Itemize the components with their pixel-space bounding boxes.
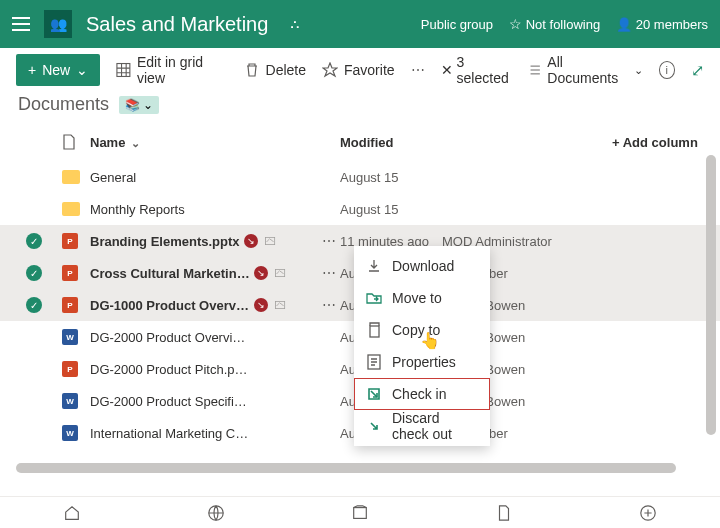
list-icon: [529, 63, 541, 77]
file-name[interactable]: Monthly Reports: [90, 202, 185, 217]
file-name[interactable]: DG-1000 Product Overview.p…: [90, 298, 250, 313]
file-name[interactable]: General: [90, 170, 136, 185]
row-more-icon[interactable]: ⋯: [322, 297, 336, 313]
site-title: Sales and Marketing: [86, 13, 268, 36]
modified-cell: August 15: [340, 170, 442, 185]
ctx-check-in[interactable]: Check in: [354, 378, 490, 410]
table-row[interactable]: General August 15: [0, 161, 720, 193]
info-icon[interactable]: i: [659, 61, 676, 79]
properties-icon: [366, 354, 382, 370]
pptx-icon: P: [62, 265, 78, 281]
share-icon[interactable]: ⮹: [274, 298, 286, 312]
svg-rect-4: [354, 507, 367, 518]
checked-out-icon: ↘: [254, 298, 268, 312]
table-row[interactable]: Monthly Reports August 15: [0, 193, 720, 225]
pptx-icon: P: [62, 297, 78, 313]
download-icon: [366, 258, 382, 274]
menu-icon[interactable]: [12, 17, 30, 31]
add-icon[interactable]: [639, 504, 657, 522]
favorite-button[interactable]: Favorite: [322, 62, 395, 78]
selection-count[interactable]: ✕ 3 selected: [441, 54, 513, 86]
file-name[interactable]: Cross Cultural Marketing Ca…: [90, 266, 250, 281]
edit-grid-button[interactable]: Edit in grid view: [116, 54, 227, 86]
file-icon[interactable]: [495, 504, 513, 522]
svg-rect-0: [117, 64, 130, 77]
row-more-icon[interactable]: ⋯: [322, 265, 336, 281]
col-name[interactable]: Name: [90, 135, 125, 150]
svg-rect-1: [370, 326, 379, 337]
teams-icon[interactable]: ⛬: [288, 16, 302, 32]
view-selector[interactable]: All Documents ⌄: [529, 54, 643, 86]
ctx-move-to[interactable]: Move to: [354, 282, 490, 314]
person-icon: 👤: [616, 17, 632, 32]
checked-out-icon: ↘: [244, 234, 258, 248]
file-name[interactable]: DG-2000 Product Pitch.pptx: [90, 362, 250, 377]
checkmark-icon[interactable]: [26, 233, 42, 249]
bottom-nav: [0, 496, 720, 528]
star-icon: ☆: [509, 16, 522, 32]
row-more-icon[interactable]: ⋯: [322, 233, 336, 249]
copy-icon: [366, 322, 382, 338]
discard-icon: [366, 418, 382, 434]
checkmark-icon[interactable]: [26, 297, 42, 313]
delete-button[interactable]: Delete: [244, 62, 306, 78]
check-in-icon: [366, 386, 382, 402]
cursor-icon: 👆: [420, 331, 440, 350]
docx-icon: W: [62, 329, 78, 345]
star-icon: [322, 62, 338, 78]
docx-icon: W: [62, 425, 78, 441]
expand-icon[interactable]: ⤢: [691, 61, 704, 80]
file-name[interactable]: DG-2000 Product Specification.docx: [90, 394, 250, 409]
ctx-download[interactable]: Download: [354, 250, 490, 282]
folder-arrow-icon: [366, 290, 382, 306]
pptx-icon: P: [62, 233, 78, 249]
grid-icon: [116, 62, 131, 78]
add-column-button[interactable]: + Add column: [612, 135, 698, 150]
vertical-scrollbar[interactable]: [706, 123, 716, 453]
breadcrumb: Documents 📚 ⌄: [0, 92, 720, 123]
library-title: Documents: [18, 94, 109, 115]
modified-cell: August 15: [340, 202, 442, 217]
table-header: Name Modified + Add column: [0, 123, 720, 161]
home-icon[interactable]: [63, 504, 81, 522]
horizontal-scrollbar[interactable]: [16, 463, 692, 473]
folder-icon: [62, 170, 80, 184]
site-logo[interactable]: 👥: [44, 10, 72, 38]
file-name[interactable]: International Marketing Campaigns.docx: [90, 426, 250, 441]
trash-icon: [244, 62, 260, 78]
more-actions-button[interactable]: ⋯: [411, 62, 425, 78]
checked-out-icon: ↘: [254, 266, 268, 280]
ctx-properties[interactable]: Properties: [354, 346, 490, 378]
view-chip[interactable]: 📚 ⌄: [119, 96, 159, 114]
file-name[interactable]: Branding Elements.pptx: [90, 234, 240, 249]
globe-icon[interactable]: [207, 504, 225, 522]
docx-icon: W: [62, 393, 78, 409]
share-icon[interactable]: ⮹: [274, 266, 286, 280]
share-icon[interactable]: ⮹: [264, 234, 276, 248]
file-name[interactable]: DG-2000 Product Overview.docx: [90, 330, 250, 345]
file-header-icon: [62, 134, 76, 150]
checkmark-icon[interactable]: [26, 265, 42, 281]
col-modified[interactable]: Modified: [340, 135, 393, 150]
pptx-icon: P: [62, 361, 78, 377]
group-privacy: Public group: [421, 17, 493, 32]
new-button[interactable]: + New ⌄: [16, 54, 100, 86]
top-bar: 👥 Sales and Marketing ⛬ Public group ☆ N…: [0, 0, 720, 48]
ctx-discard-checkout[interactable]: Discard check out: [354, 410, 490, 442]
follow-toggle[interactable]: ☆ Not following: [509, 16, 600, 32]
members-link[interactable]: 👤 20 members: [616, 17, 708, 32]
folder-icon: [62, 202, 80, 216]
docs-icon[interactable]: [351, 504, 369, 522]
command-bar: + New ⌄ Edit in grid view Delete Favorit…: [0, 48, 720, 92]
